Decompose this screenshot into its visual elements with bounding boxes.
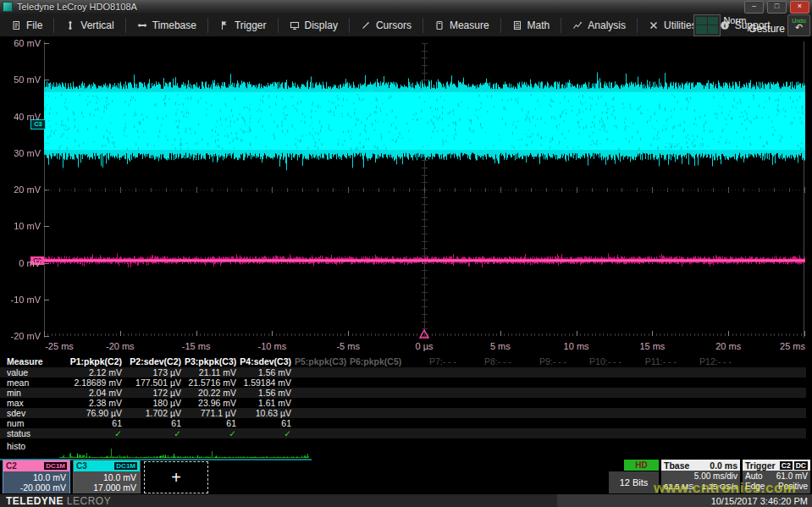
measure-panel-label: Measure (0, 356, 52, 367)
measure-cell (460, 398, 515, 408)
menu-timebase[interactable]: Timebase (126, 18, 208, 33)
measure-col-header[interactable]: P1:pkpk(C2) (52, 356, 125, 367)
menu-bar: File Vertical Timebase Trigger Display C… (0, 14, 812, 37)
menu-trigger[interactable]: Trigger (208, 18, 279, 33)
measure-panel: MeasureP1:pkpk(C2)P2:sdev(C2)P3:pkpk(C3)… (0, 356, 812, 438)
measure-cell (460, 428, 515, 438)
grid-layout-button[interactable] (693, 14, 721, 36)
measure-cell: 61 (125, 418, 185, 428)
display-monitor-icon (290, 20, 300, 30)
measure-cell: 2.18689 mV (52, 377, 125, 388)
menu-math[interactable]: Math (501, 18, 562, 33)
y-axis-label: 40 mV (0, 112, 41, 123)
measure-cell (350, 428, 405, 438)
measure-cell: 177.501 µV (125, 377, 185, 388)
x-axis-label: 5 ms (490, 341, 511, 351)
measure-cell (460, 408, 515, 418)
resolution-bits-box[interactable]: 12 Bits (609, 471, 659, 493)
trigger-coupling-badge: DC (794, 461, 808, 470)
menu-measure[interactable]: Measure (423, 18, 501, 33)
measure-cell (625, 418, 680, 428)
measure-cell (405, 398, 460, 408)
y-axis-label: -20 mV (0, 331, 41, 342)
measure-col-header[interactable]: P3:pkpk(C3) (185, 356, 240, 367)
display-mode-label[interactable]: Norm (723, 15, 746, 25)
measure-cell (570, 398, 625, 408)
measure-cell (680, 367, 735, 377)
histo-row-label: histo (7, 441, 25, 451)
undo-button[interactable]: Undo ↶ (787, 14, 810, 36)
measure-row: min2.04 mV172 µV20.22 mV1.56 mV (0, 388, 806, 398)
measure-cell (405, 428, 460, 438)
c3-coupling-badge: DC1M (113, 461, 138, 471)
measure-cell (625, 408, 680, 418)
measure-cell (625, 367, 680, 377)
measure-cell (350, 388, 405, 398)
measure-cell: 20.22 mV (185, 388, 240, 398)
measure-cell: 10.63 µV (240, 408, 295, 418)
measure-cell (295, 367, 350, 377)
calculator-icon (512, 20, 522, 30)
vertical-arrows-icon (65, 20, 75, 30)
measure-cell (295, 398, 350, 408)
measure-row-label: max (0, 398, 52, 408)
x-axis-label: 10 ms (564, 341, 589, 351)
measure-cell (350, 367, 405, 377)
measure-col-header[interactable]: P6:pkpk(C5) (350, 356, 405, 367)
menu-display[interactable]: Display (279, 18, 350, 33)
measure-cell: 61 (240, 418, 295, 428)
measure-col-header[interactable]: P2:sdev(C2) (125, 356, 185, 367)
timebase-offset: 0.0 ms (710, 460, 737, 471)
measure-cell (625, 398, 680, 408)
measure-col-header[interactable]: P11:- - - (625, 356, 680, 367)
measure-cell (680, 377, 735, 388)
measure-cell: 1.56 mV (240, 388, 295, 398)
menu-cursors[interactable]: Cursors (350, 18, 423, 33)
menu-analysis[interactable]: Analysis (561, 18, 638, 33)
y-axis-label: 30 mV (0, 148, 41, 159)
measure-cell (680, 388, 735, 398)
measure-cell: 21.11 mV (185, 367, 240, 377)
chart-line-icon (572, 20, 583, 30)
x-axis-label: -15 ms (182, 341, 211, 351)
add-trace-button[interactable]: + (144, 461, 208, 493)
measure-col-header[interactable]: P12:- - - (680, 356, 735, 367)
measure-cell: 23.96 mV (185, 398, 240, 408)
x-axis-label: -25 ms (45, 341, 74, 351)
measure-cell (350, 408, 405, 418)
waveform-display[interactable] (44, 36, 805, 339)
measure-cell (570, 377, 625, 388)
measure-col-header[interactable]: P7:- - - (405, 356, 460, 367)
measure-cell (405, 388, 460, 398)
measure-cell (460, 367, 515, 377)
measure-cell (295, 388, 350, 398)
utilities-x-icon (649, 20, 659, 30)
channel-c2-descriptor[interactable]: C2 DC1M 10.0 mV -20.000 mV (3, 460, 70, 493)
measure-col-header[interactable]: P8:- - - (460, 356, 515, 367)
y-axis-label: 20 mV (0, 185, 41, 196)
measure-cell (515, 398, 570, 408)
maximize-button[interactable]: □ (767, 1, 787, 14)
measure-cell (515, 428, 570, 438)
measure-col-header[interactable]: P9:- - - (515, 356, 570, 367)
menu-file[interactable]: File (0, 18, 54, 33)
cursor-pointer-icon (361, 20, 371, 30)
hd-mode-badge[interactable]: HD (624, 460, 659, 471)
measure-cell (625, 388, 680, 398)
measure-cell: 771.1 µV (185, 408, 240, 418)
measure-cell: 2.04 mV (52, 388, 125, 398)
close-button[interactable]: × (790, 1, 809, 14)
x-axis-label: 20 ms (715, 341, 741, 351)
measure-cell: 61 (52, 418, 125, 428)
measure-device-icon (434, 20, 445, 30)
channel-c3-descriptor[interactable]: C3 DC1M 10.0 mV 17.000 mV (73, 460, 141, 493)
measure-col-header[interactable]: P10:- - - (570, 356, 625, 367)
measure-col-header[interactable]: P5:pkpk(C3) (295, 356, 350, 367)
menu-vertical[interactable]: Vertical (54, 18, 125, 33)
file-icon (11, 20, 21, 30)
measure-cell: ✓ (240, 428, 295, 438)
minimize-button[interactable]: – (744, 1, 764, 14)
measure-cell: 2.38 mV (52, 398, 125, 408)
measure-col-header[interactable]: P4:sdev(C3) (240, 356, 295, 367)
gesture-button[interactable]: Gesture (748, 23, 785, 35)
